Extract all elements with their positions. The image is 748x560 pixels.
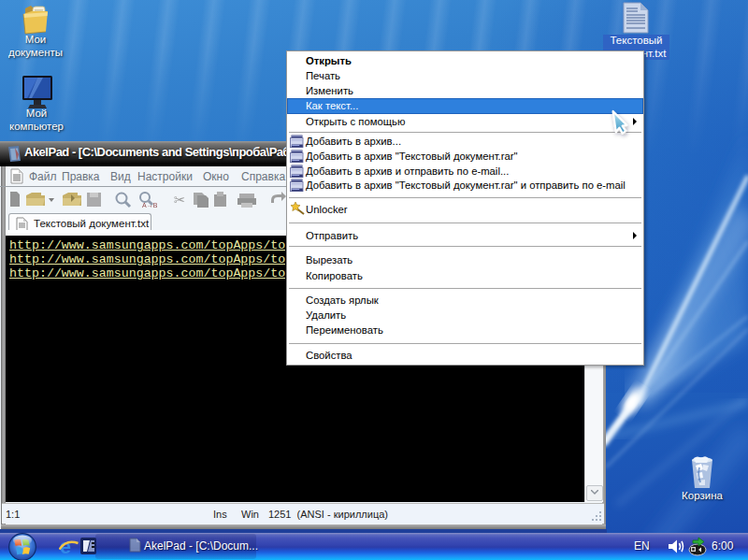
- svg-text:A→B: A→B: [142, 202, 158, 208]
- svg-text:✂: ✂: [174, 192, 186, 208]
